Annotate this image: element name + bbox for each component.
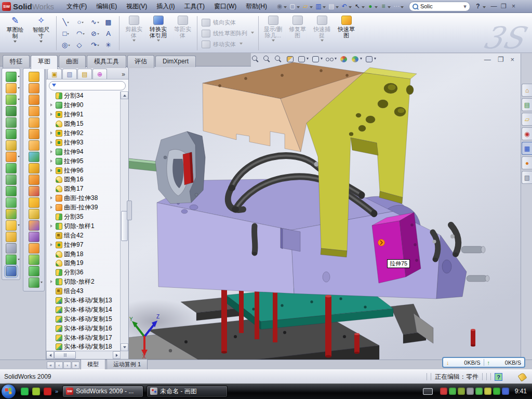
expand-arrow-icon[interactable] bbox=[50, 150, 54, 154]
dropdown-caret-icon[interactable] bbox=[321, 58, 323, 61]
expand-arrow-icon[interactable] bbox=[50, 336, 54, 340]
expand-arrow-icon[interactable] bbox=[50, 243, 54, 247]
overflow-icon[interactable]: ⋯ bbox=[392, 2, 401, 10]
minimize-button[interactable]: — bbox=[489, 2, 499, 11]
tree-item[interactable]: 切除-放样2 bbox=[46, 277, 121, 287]
dropdown-caret-icon[interactable] bbox=[321, 39, 324, 43]
expand-arrow-icon[interactable] bbox=[50, 131, 54, 136]
tree-item[interactable]: 实体-移动/复制15 bbox=[46, 314, 121, 324]
linear-pattern-icon[interactable] bbox=[6, 152, 17, 162]
dropdown-caret-icon[interactable] bbox=[362, 6, 365, 10]
dropdown-caret-icon[interactable] bbox=[360, 58, 362, 61]
dropdown-caret-icon[interactable] bbox=[97, 33, 99, 36]
fillet-icon[interactable] bbox=[6, 95, 17, 105]
apply-scene-icon[interactable] bbox=[351, 55, 360, 63]
reference-plane-icon[interactable] bbox=[6, 232, 17, 242]
doc-minimize-button[interactable]: — bbox=[484, 56, 491, 64]
rectangle-tool[interactable]: □ bbox=[59, 28, 73, 39]
hide-show-items-icon[interactable] bbox=[325, 55, 334, 63]
taskbar-button[interactable]: SW SolidWorks 2009 - ... bbox=[62, 385, 143, 397]
flex-icon[interactable] bbox=[29, 175, 39, 185]
appearances-scenes-tab[interactable]: ● bbox=[522, 156, 532, 169]
quick-snaps-button[interactable]: 快速捕捉 bbox=[310, 15, 334, 52]
tree-item[interactable]: 组合42 bbox=[46, 231, 121, 240]
ribbon-tab[interactable]: 特征 bbox=[3, 55, 30, 68]
dropdown-caret-icon[interactable] bbox=[97, 45, 99, 47]
expand-arrow-icon[interactable] bbox=[50, 159, 54, 164]
menu-item[interactable]: 帮助(H) bbox=[241, 1, 272, 12]
ribbon-tab[interactable]: 模具工具 bbox=[87, 55, 126, 68]
expand-arrow-icon[interactable] bbox=[50, 103, 54, 108]
knit-surface-icon[interactable] bbox=[29, 163, 39, 174]
view-orientation-icon[interactable] bbox=[311, 55, 320, 63]
ellipse-tool[interactable]: ⊘ bbox=[88, 28, 102, 39]
swept-surface-icon[interactable] bbox=[29, 95, 39, 105]
magnifier-icon[interactable] bbox=[274, 55, 283, 63]
flag-icon[interactable] bbox=[29, 232, 39, 242]
start-button[interactable] bbox=[2, 384, 16, 398]
expand-arrow-icon[interactable] bbox=[50, 298, 54, 303]
expand-arrow-icon[interactable] bbox=[50, 317, 54, 322]
dropdown-caret-icon[interactable] bbox=[323, 6, 326, 10]
tag-icon[interactable] bbox=[517, 372, 527, 381]
mirror-feature-icon[interactable] bbox=[6, 197, 17, 208]
tree-item[interactable]: 实体-移动/复制14 bbox=[46, 305, 121, 314]
spline-tool[interactable]: ∿ bbox=[88, 16, 102, 28]
tree-item[interactable]: 实体-移动/复制18 bbox=[46, 342, 121, 351]
tree-item[interactable]: 圆角18 bbox=[46, 249, 121, 259]
dropdown-caret-icon[interactable] bbox=[97, 22, 99, 24]
text-tool[interactable]: A bbox=[102, 28, 117, 39]
thicken-icon[interactable] bbox=[29, 243, 39, 254]
offset-entities-button[interactable]: 等距实体 bbox=[170, 15, 195, 52]
curve-icon[interactable] bbox=[6, 255, 17, 265]
expand-arrow-icon[interactable] bbox=[50, 261, 54, 265]
dropdown-caret-icon[interactable] bbox=[67, 33, 69, 36]
expand-arrow-icon[interactable] bbox=[50, 308, 54, 312]
quick-tips-button[interactable]: ? bbox=[495, 373, 502, 381]
dropdown-caret-icon[interactable] bbox=[349, 6, 352, 10]
tree-item[interactable]: 实体-移动/复制13 bbox=[46, 296, 121, 305]
expand-arrow-icon[interactable] bbox=[50, 187, 54, 191]
panel-expand-chevron[interactable]: » bbox=[118, 71, 128, 79]
revolved-surface-icon[interactable] bbox=[29, 83, 39, 94]
dimxpertmanager-tab[interactable]: ⊕ bbox=[92, 69, 107, 79]
panel-splitter-handle[interactable] bbox=[127, 201, 132, 220]
tree-item[interactable]: 分割34 bbox=[46, 91, 121, 101]
prev-tab-button[interactable]: ‹ bbox=[55, 362, 63, 369]
dropdown-caret-icon[interactable] bbox=[284, 6, 287, 10]
expand-arrow-icon[interactable] bbox=[50, 344, 54, 349]
tree-item[interactable]: 拉伸95 bbox=[46, 156, 121, 166]
dropdown-caret-icon[interactable] bbox=[67, 22, 69, 24]
dropdown-caret-icon[interactable] bbox=[335, 58, 337, 61]
dropdown-caret-icon[interactable] bbox=[374, 58, 376, 61]
tree-item[interactable]: 圆角19 bbox=[46, 259, 121, 268]
dropdown-caret-icon[interactable] bbox=[297, 6, 300, 10]
dropdown-caret-icon[interactable] bbox=[307, 58, 309, 61]
linear-sketch-pattern-button[interactable]: 线性草图阵列 bbox=[200, 28, 256, 39]
boundary-surface-icon[interactable] bbox=[29, 117, 39, 128]
new-document-icon[interactable]: ▢ bbox=[288, 2, 297, 10]
undo-icon[interactable]: ↶ bbox=[340, 2, 349, 10]
view-settings-icon[interactable] bbox=[365, 55, 374, 63]
options-list-icon[interactable]: ≡ bbox=[379, 2, 388, 10]
smart-dimension-button[interactable]: ✧ 智能尺寸 bbox=[28, 15, 54, 52]
dropdown-caret-icon[interactable] bbox=[240, 43, 243, 46]
display-style-icon[interactable] bbox=[297, 55, 306, 63]
tray-security-icon[interactable] bbox=[449, 388, 456, 395]
dome-icon[interactable] bbox=[29, 266, 39, 276]
ribbon-tab[interactable]: 曲面 bbox=[59, 55, 86, 68]
line-tool[interactable]: ╲ bbox=[59, 16, 73, 28]
swept-boss-icon[interactable] bbox=[6, 106, 17, 116]
network-speed-widget[interactable]: ↓ 0KB/S ↑ 0KB/S bbox=[442, 357, 525, 368]
extend-surface-icon[interactable] bbox=[29, 152, 39, 162]
tree-item[interactable]: 实体-移动/复制16 bbox=[46, 324, 121, 333]
tree-item[interactable]: 拉伸96 bbox=[46, 166, 121, 175]
dropdown-caret-icon[interactable] bbox=[39, 41, 43, 44]
select-arrow-icon[interactable]: ↖ bbox=[353, 2, 362, 10]
menu-item[interactable]: 编辑(E) bbox=[91, 1, 122, 12]
replace-face-icon[interactable] bbox=[29, 197, 39, 208]
planar-surface-icon[interactable] bbox=[29, 140, 39, 151]
chamfer-icon[interactable] bbox=[6, 129, 17, 139]
antivirus-ball-icon[interactable] bbox=[32, 388, 40, 395]
menu-item[interactable]: 文件(F) bbox=[62, 1, 91, 12]
